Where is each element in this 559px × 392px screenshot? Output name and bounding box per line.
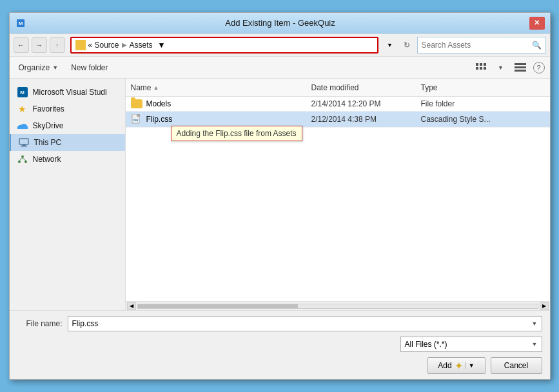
view-dropdown[interactable]: ▼ (495, 60, 507, 75)
add-button[interactable]: Add ✦ ▼ (427, 357, 485, 374)
sidebar-item-network[interactable]: Network (10, 151, 125, 168)
file-name-text: Flip.css (146, 115, 173, 124)
file-type-dropdown-arrow: ▼ (532, 341, 538, 348)
up-button[interactable]: ↑ (50, 37, 65, 53)
sidebar-item-skydrive[interactable]: SkyDrive (10, 117, 125, 134)
horizontal-scrollbar[interactable]: ◀ ▶ (126, 301, 550, 310)
dropdown-caret: ▼ (466, 362, 475, 369)
breadcrumb-dropdown[interactable]: ▼ (155, 37, 168, 53)
help-button[interactable]: ? (533, 62, 545, 74)
file-type-row: All Files (*.*) ▼ (17, 337, 542, 352)
skydrive-icon (17, 121, 28, 131)
vs-icon: M (17, 87, 28, 97)
file-name-row: File name: Flip.css ▼ (17, 316, 542, 331)
svg-rect-11 (515, 66, 526, 68)
svg-rect-9 (484, 67, 486, 70)
svg-rect-8 (480, 67, 482, 70)
column-header-row: Name ▲ Date modified Type (126, 79, 550, 97)
file-type-value: All Files (*.*) (405, 340, 447, 349)
scroll-left-button[interactable]: ◀ (127, 302, 136, 310)
search-input[interactable] (422, 41, 529, 50)
svg-line-22 (19, 158, 23, 161)
file-area: Name ▲ Date modified Type Models (126, 79, 550, 310)
type-column-label: Type (421, 83, 438, 92)
breadcrumb-separator: ▶ (122, 41, 127, 48)
forward-button[interactable]: → (32, 37, 47, 53)
new-folder-label: New folder (71, 63, 108, 72)
sidebar: M Microsoft Visual Studi ★ Favorites Sky… (10, 79, 126, 310)
nav-bar: ← → ↑ « Source ▶ Assets ▼ ▼ ↻ 🔍 (10, 34, 550, 57)
breadcrumb-assets: Assets (130, 41, 153, 50)
svg-rect-25 (137, 114, 140, 117)
organize-button[interactable]: Organize ▼ (15, 61, 63, 74)
sidebar-item-this-pc[interactable]: This PC (10, 134, 125, 151)
toolbar: Organize ▼ New folder ▼ (10, 57, 550, 79)
svg-rect-15 (17, 126, 28, 129)
svg-point-20 (18, 161, 21, 163)
nav-dropdown-arrow[interactable]: ▼ (384, 37, 397, 53)
organize-label: Organize (19, 63, 50, 72)
type-column-header[interactable]: Type (421, 83, 545, 92)
folder-icon (131, 99, 142, 108)
back-button[interactable]: ← (14, 37, 29, 53)
name-column-header[interactable]: Name ▲ (131, 83, 311, 92)
svg-rect-6 (484, 63, 486, 66)
sidebar-item-favorites[interactable]: ★ Favorites (10, 101, 125, 117)
view-button[interactable] (474, 60, 489, 75)
new-folder-button[interactable]: New folder (67, 61, 112, 74)
svg-rect-2 (76, 43, 85, 49)
svg-rect-3 (76, 41, 80, 43)
breadcrumb[interactable]: « Source ▶ Assets ▼ (70, 37, 378, 54)
scroll-right-button[interactable]: ▶ (540, 302, 549, 310)
file-type-dropdown[interactable]: All Files (*.*) ▼ (400, 337, 542, 352)
file-type-cell: Cascading Style S... (421, 115, 545, 124)
search-icon: 🔍 (532, 41, 542, 50)
svg-rect-5 (480, 63, 482, 66)
table-row[interactable]: CSS Flip.css 2/12/2014 4:38 PM Cascading… (126, 112, 550, 128)
title-bar: M Add Existing Item - GeekQuiz ✕ (10, 13, 550, 34)
folder-icon (75, 40, 86, 50)
tooltip: Adding the Flip.css file from Assets (171, 126, 302, 141)
date-column-label: Date modified (311, 83, 359, 92)
network-icon (17, 154, 28, 164)
app-icon: M (15, 17, 26, 29)
file-name-cell: Models (131, 99, 311, 108)
svg-rect-16 (19, 139, 28, 144)
date-column-header[interactable]: Date modified (311, 83, 421, 92)
scroll-track[interactable] (137, 304, 538, 309)
file-type-cell: File folder (421, 99, 545, 108)
add-existing-item-dialog: M Add Existing Item - GeekQuiz ✕ ← → ↑ «… (9, 12, 551, 380)
svg-rect-7 (476, 67, 478, 70)
svg-rect-10 (515, 63, 526, 65)
file-name-label: File name: (17, 319, 63, 328)
svg-rect-4 (476, 63, 478, 66)
svg-rect-12 (515, 70, 526, 72)
sidebar-item-label: Network (33, 155, 61, 164)
sidebar-item-label: SkyDrive (33, 121, 64, 130)
file-name-dropdown[interactable]: Flip.css ▼ (68, 316, 542, 331)
sidebar-item-ms-visual-studio[interactable]: M Microsoft Visual Studi (10, 84, 125, 101)
file-date-cell: 2/14/2014 12:20 PM (311, 99, 421, 108)
css-file-icon: CSS (131, 114, 142, 124)
table-row[interactable]: Models 2/14/2014 12:20 PM File folder (126, 97, 550, 112)
svg-rect-18 (21, 146, 27, 147)
svg-line-23 (23, 158, 26, 161)
organize-dropdown-icon: ▼ (52, 64, 58, 71)
button-row: Add ✦ ▼ Cancel (17, 357, 542, 374)
main-content: M Microsoft Visual Studi ★ Favorites Sky… (10, 79, 550, 310)
svg-text:M: M (18, 21, 23, 26)
pc-icon (19, 137, 29, 148)
svg-point-19 (21, 155, 24, 158)
details-view-button[interactable] (513, 60, 528, 75)
cancel-button[interactable]: Cancel (491, 357, 542, 374)
svg-point-21 (25, 161, 27, 163)
scroll-thumb[interactable] (138, 304, 298, 308)
svg-text:CSS: CSS (133, 119, 139, 122)
close-button[interactable]: ✕ (529, 17, 545, 30)
file-list: Models 2/14/2014 12:20 PM File folder CS… (126, 97, 550, 301)
file-name-value: Flip.css (72, 319, 99, 328)
refresh-button[interactable]: ↻ (399, 37, 415, 53)
sidebar-item-label: This PC (34, 138, 62, 147)
bottom-bar: File name: Flip.css ▼ All Files (*.*) ▼ … (10, 310, 550, 379)
file-name-dropdown-arrow: ▼ (532, 320, 538, 327)
